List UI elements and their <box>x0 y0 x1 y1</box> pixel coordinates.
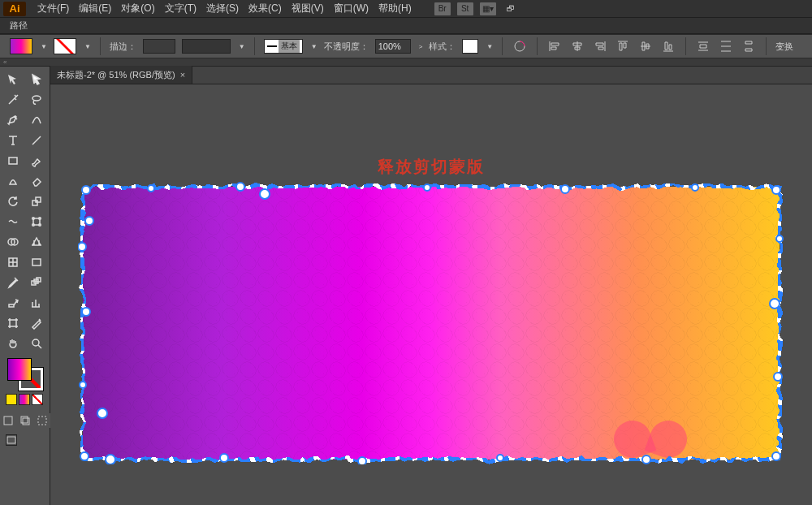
stock-icon[interactable]: St <box>457 2 473 15</box>
svg-rect-19 <box>4 417 12 425</box>
menu-object[interactable]: 对象(O) <box>116 0 159 17</box>
symbol-sprayer-tool-icon[interactable] <box>2 293 24 313</box>
align-right-icon[interactable] <box>592 39 608 54</box>
stroke-swatch[interactable] <box>54 38 76 54</box>
blend-tool-icon[interactable] <box>25 273 48 292</box>
stroke-dropdown-icon[interactable]: ▼ <box>84 43 91 50</box>
column-graph-tool-icon[interactable] <box>25 293 48 313</box>
fill-stroke-indicator[interactable] <box>7 358 43 391</box>
slice-tool-icon[interactable] <box>25 313 48 333</box>
document-tab-title: 未标题-2* @ 51% (RGB/预览) <box>57 69 175 81</box>
color-none-icon[interactable] <box>32 394 43 405</box>
type-tool-icon[interactable] <box>2 131 24 150</box>
free-transform-tool-icon[interactable] <box>25 212 48 231</box>
screen-mode-button[interactable] <box>6 434 45 446</box>
line-tool-icon[interactable] <box>25 131 48 150</box>
selection-type-bar: 路径 <box>0 18 812 34</box>
align-vcenter-icon[interactable] <box>637 39 654 54</box>
svg-rect-13 <box>32 259 41 265</box>
color-solid-icon[interactable] <box>6 394 17 405</box>
svg-rect-20 <box>23 418 29 425</box>
mesh-tool-icon[interactable] <box>2 252 24 272</box>
transform-button[interactable]: 变换 <box>775 41 793 53</box>
svg-rect-2 <box>9 158 17 164</box>
style-label: 样式： <box>429 41 456 53</box>
graphic-style-swatch[interactable] <box>462 39 478 54</box>
options-bar: ▼ ▼ 描边： ▼ 基本 ▼ 不透明度： > 样式： ▼ 变换 <box>0 34 812 58</box>
eyedropper-tool-icon[interactable] <box>2 273 24 292</box>
brush-caret-icon[interactable]: ▼ <box>311 43 317 50</box>
menu-help[interactable]: 帮助(H) <box>374 0 417 17</box>
zoom-tool-icon[interactable] <box>25 334 48 353</box>
align-hcenter-icon[interactable] <box>569 39 585 54</box>
distribute-v-top-icon[interactable] <box>695 39 711 54</box>
bridge-icon[interactable]: Br <box>434 2 451 15</box>
distribute-v-center-icon[interactable] <box>718 39 734 54</box>
selection-type-label: 路径 <box>10 19 28 32</box>
stroke-weight-label: 描边： <box>110 41 136 53</box>
rectangle-tool-icon[interactable] <box>2 151 24 170</box>
svg-point-18 <box>32 339 39 346</box>
brush-definition-dropdown[interactable]: 基本 <box>264 39 303 54</box>
style-caret-icon[interactable]: ▼ <box>486 43 493 50</box>
scale-tool-icon[interactable] <box>25 192 48 211</box>
rotate-tool-icon[interactable] <box>2 192 24 211</box>
menu-effect[interactable]: 效果(C) <box>244 0 287 17</box>
brush-basic-label: 基本 <box>279 40 300 53</box>
menu-file[interactable]: 文件(F) <box>32 0 74 17</box>
document-tab[interactable]: 未标题-2* @ 51% (RGB/预览) × <box>50 66 192 84</box>
eraser-tool-icon[interactable] <box>25 171 48 191</box>
menu-type[interactable]: 文字(T) <box>160 0 201 17</box>
selection-tool-icon[interactable] <box>2 70 24 89</box>
canvas[interactable]: 释放剪切蒙版 <box>50 84 812 505</box>
color-panel <box>0 358 50 446</box>
fill-dropdown-icon[interactable]: ▼ <box>41 43 47 50</box>
menu-edit[interactable]: 编辑(E) <box>74 0 116 17</box>
lasso-tool-icon[interactable] <box>25 90 48 110</box>
selected-artwork[interactable] <box>78 182 784 464</box>
magic-wand-tool-icon[interactable] <box>2 90 24 110</box>
recolor-icon[interactable] <box>512 39 528 54</box>
stroke-profile-caret-icon[interactable]: ▼ <box>239 43 245 50</box>
draw-behind-icon[interactable] <box>17 413 33 428</box>
align-left-icon[interactable] <box>546 39 563 54</box>
color-gradient-icon[interactable] <box>19 394 30 405</box>
arrange-documents-icon[interactable]: ▦▾ <box>480 2 496 15</box>
close-tab-icon[interactable]: × <box>180 70 185 80</box>
svg-rect-3 <box>32 201 37 205</box>
svg-rect-21 <box>21 417 28 423</box>
menu-view[interactable]: 视图(V) <box>287 0 329 17</box>
document-tab-bar: 未标题-2* @ 51% (RGB/预览) × <box>50 67 812 84</box>
app-logo: Ai <box>3 2 26 16</box>
distribute-v-bottom-icon[interactable] <box>741 39 757 54</box>
menu-select[interactable]: 选择(S) <box>201 0 244 17</box>
width-tool-icon[interactable] <box>2 212 24 231</box>
artboard-tool-icon[interactable] <box>2 313 24 333</box>
fill-swatch[interactable] <box>10 38 32 54</box>
fill-color-box[interactable] <box>7 358 32 381</box>
pen-tool-icon[interactable] <box>2 110 24 130</box>
opacity-input[interactable] <box>375 39 411 54</box>
curvature-tool-icon[interactable] <box>25 110 48 130</box>
paintbrush-tool-icon[interactable] <box>25 151 48 170</box>
align-top-icon[interactable] <box>615 39 631 54</box>
gradient-tool-icon[interactable] <box>25 252 48 272</box>
shape-builder-tool-icon[interactable] <box>2 232 24 252</box>
draw-normal-icon[interactable] <box>0 413 16 428</box>
svg-rect-23 <box>7 437 15 443</box>
opacity-label: 不透明度： <box>324 41 369 53</box>
stroke-profile-dropdown[interactable] <box>182 39 231 54</box>
draw-inside-icon[interactable] <box>34 413 50 428</box>
shaper-tool-icon[interactable] <box>2 171 24 191</box>
hand-tool-icon[interactable] <box>2 334 24 353</box>
direct-selection-tool-icon[interactable] <box>25 70 48 89</box>
align-bottom-icon[interactable] <box>660 39 676 54</box>
opacity-caret-icon[interactable]: > <box>419 43 423 50</box>
watermark-shape <box>614 421 687 455</box>
stroke-weight-input[interactable] <box>143 39 175 54</box>
gpu-preview-icon[interactable]: 🗗 <box>503 2 519 15</box>
perspective-grid-tool-icon[interactable] <box>25 232 48 252</box>
menu-window[interactable]: 窗口(W) <box>329 0 374 17</box>
gradient-fill <box>83 187 780 460</box>
annotation-text: 释放剪切蒙版 <box>378 156 485 178</box>
